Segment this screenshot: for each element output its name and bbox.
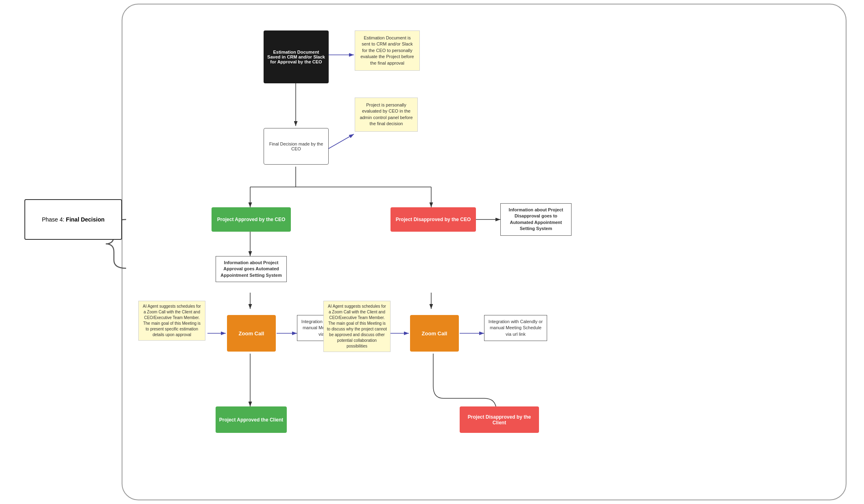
ceo-evaluated-note: Project is personally evaluated by CEO i… bbox=[355, 98, 418, 132]
approval-info-note: Information about Project Approval goes … bbox=[216, 256, 287, 282]
ai-note-left: AI Agent suggests schedules for a Zoom C… bbox=[138, 301, 205, 341]
project-approved-ceo-node: Project Approved by the CEO bbox=[212, 207, 291, 232]
project-disapproved-client-node: Project Disapproved by the Client bbox=[460, 406, 539, 433]
ai-note-right: AI Agent suggests schedules for a Zoom C… bbox=[323, 301, 391, 352]
phase-bold: Final Decision bbox=[66, 216, 105, 223]
project-approved-client-node: Project Approved the Client bbox=[216, 406, 287, 433]
project-disapproved-ceo-node: Project Disapproved by the CEO bbox=[391, 207, 476, 232]
svg-line-3 bbox=[325, 134, 354, 150]
estimation-doc-node: Estimation Document Saved in CRM and/or … bbox=[264, 30, 329, 83]
final-decision-node: Final Decision made by the CEO bbox=[264, 128, 329, 165]
phase-label: Phase 4: Final Decision bbox=[24, 199, 122, 240]
estimation-sent-note: Estimation Document is sent to CRM and/o… bbox=[355, 30, 420, 71]
disapproval-info-note: Information about Project Disapproval go… bbox=[500, 203, 572, 236]
zoom-call-left-node: Zoom Call bbox=[227, 315, 276, 352]
zoom-call-right-node: Zoom Call bbox=[410, 315, 459, 352]
phase-text: Phase 4: bbox=[42, 216, 64, 223]
calendly-note-right: Integration with Calendly or manual Meet… bbox=[484, 315, 547, 341]
